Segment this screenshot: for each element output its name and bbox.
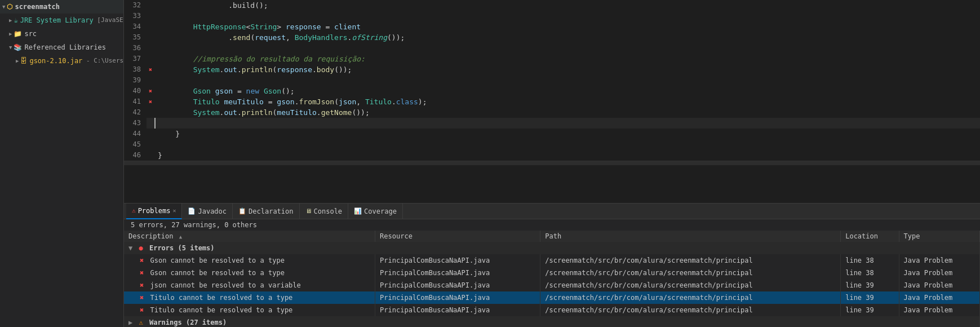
line-num-33: 33 — [124, 11, 147, 21]
problems-tbody: ▼ ● Errors (5 items) ✖ Gson cannot be re… — [124, 242, 980, 327]
code-content-43[interactable] — [154, 118, 980, 129]
row2-desc-text: Gson cannot be resolved to a type — [150, 269, 284, 277]
col-path[interactable]: Path — [540, 231, 841, 242]
marker-35 — [147, 32, 154, 43]
marker-34 — [147, 21, 154, 32]
sidebar-item-gson[interactable]: ▶ 🗄 gson-2.10.jar - C:\Users\unifei\Down… — [0, 54, 123, 68]
line-num-38: 38 — [124, 64, 147, 75]
code-line-43: 43 — [124, 118, 980, 129]
reflibs-label: Referenced Libraries — [24, 42, 106, 53]
marker-32 — [147, 0, 154, 11]
code-line-41: 41 ✖ Titulo meuTitulo = gson.fromJson(js… — [124, 96, 980, 107]
row1-path: /screenmatch/src/br/com/alura/screenmatc… — [540, 254, 841, 267]
sidebar: ▼ ⬡ screenmatch ▶ ☕ JRE System Library [… — [0, 0, 124, 327]
tab-declaration[interactable]: 📋 Declaration — [233, 204, 299, 219]
row5-path: /screenmatch/src/br/com/alura/screenmatc… — [540, 304, 841, 316]
table-row[interactable]: ✖ Gson cannot be resolved to a type Prin… — [124, 267, 980, 279]
horizontal-scrollbar[interactable] — [124, 161, 980, 165]
line-num-45: 45 — [124, 139, 147, 150]
col-resource[interactable]: Resource — [375, 231, 540, 242]
declaration-tab-icon: 📋 — [238, 207, 246, 215]
chevron-right-icon: ▶ — [9, 15, 12, 26]
code-line-45: 45 — [124, 139, 980, 150]
table-row[interactable]: ✖ Gson cannot be resolved to a type Prin… — [124, 254, 980, 267]
code-content-34: HttpResponse<String> response = client — [154, 21, 980, 32]
line-num-44: 44 — [124, 129, 147, 139]
row3-type: Java Problem — [899, 279, 979, 291]
tab-javadoc[interactable]: 📄 Javadoc — [182, 204, 233, 219]
code-line-40: 40 ✖ Gson gson = new Gson(); — [124, 86, 980, 96]
marker-36 — [147, 43, 154, 54]
tab-javadoc-label: Javadoc — [198, 207, 227, 215]
tab-declaration-label: Declaration — [249, 207, 293, 215]
tab-problems-label: Problems — [138, 207, 171, 215]
row2-location: line 38 — [841, 267, 899, 279]
jre-label: JRE System Library — [20, 15, 94, 26]
line-num-36: 36 — [124, 43, 147, 54]
col-location[interactable]: Location — [841, 231, 899, 242]
row2-path: /screenmatch/src/br/com/alura/screenmatc… — [540, 267, 841, 279]
tab-console[interactable]: 🖥 Console — [300, 204, 349, 219]
row5-resource: PrincipalComBuscaNaAPI.java — [375, 304, 540, 316]
coverage-tab-icon: 📊 — [354, 207, 362, 215]
console-tab-icon: 🖥 — [305, 207, 312, 215]
code-line-36: 36 — [124, 43, 980, 54]
status-text: 5 errors, 27 warnings, 0 others — [131, 221, 257, 229]
group-warnings[interactable]: ▶ ⚠ Warnings (27 items) — [124, 316, 980, 327]
row1-desc-text: Gson cannot be resolved to a type — [150, 257, 284, 264]
line-num-39: 39 — [124, 75, 147, 86]
marker-46 — [147, 150, 154, 161]
row3-description: ✖ json cannot be resolved to a variable — [124, 279, 375, 291]
row3-location: line 39 — [841, 279, 899, 291]
col-location-label: Location — [845, 232, 878, 240]
code-area[interactable]: 32 .build(); 33 34 HttpResponse<String> … — [124, 0, 980, 203]
code-content-45 — [154, 139, 980, 150]
problems-table[interactable]: Description ▲ Resource Path Location — [124, 231, 980, 327]
marker-41: ✖ — [147, 96, 154, 107]
group-errors[interactable]: ▼ ● Errors (5 items) — [124, 242, 980, 254]
group-errors-chevron: ▼ — [128, 244, 132, 252]
col-type[interactable]: Type — [899, 231, 979, 242]
code-content-32: .build(); — [154, 0, 980, 11]
marker-44 — [147, 129, 154, 139]
library-icon: ☕ — [14, 15, 17, 26]
code-content-46: } — [154, 150, 980, 161]
tab-problems[interactable]: ⚠ Problems ✕ — [126, 204, 182, 219]
row4-type: Java Problem — [899, 291, 979, 304]
col-resource-label: Resource — [380, 232, 413, 240]
row2-resource: PrincipalComBuscaNaAPI.java — [375, 267, 540, 279]
table-row[interactable]: ✖ Titulo cannot be resolved to a type Pr… — [124, 304, 980, 316]
code-line-32: 32 .build(); — [124, 0, 980, 11]
problems-status: 5 errors, 27 warnings, 0 others — [124, 219, 980, 231]
code-content-44: } — [154, 129, 980, 139]
sort-asc-icon: ▲ — [179, 234, 182, 240]
group-errors-label: ▼ ● Errors (5 items) — [124, 242, 980, 254]
sidebar-root[interactable]: ▼ ⬡ screenmatch — [0, 0, 123, 14]
marker-40: ✖ — [147, 86, 154, 96]
sidebar-item-reflibs[interactable]: ▼ 📚 Referenced Libraries — [0, 41, 123, 54]
row5-type: Java Problem — [899, 304, 979, 316]
row4-description: ✖ Titulo cannot be resolved to a type — [124, 291, 375, 304]
row1-resource: PrincipalComBuscaNaAPI.java — [375, 254, 540, 267]
code-content-42: System.out.println(meuTitulo.getNome()); — [154, 107, 980, 118]
error-icon-3: ✖ — [140, 281, 144, 289]
tab-problems-close[interactable]: ✕ — [172, 207, 176, 214]
sidebar-item-src[interactable]: ▶ 📁 src — [0, 27, 123, 41]
col-description[interactable]: Description ▲ — [124, 231, 375, 242]
table-row[interactable]: ✖ json cannot be resolved to a variable … — [124, 279, 980, 291]
group-errors-text: Errors (5 items) — [149, 244, 215, 252]
line-num-42: 42 — [124, 107, 147, 118]
group-errors-icon: ● — [139, 244, 143, 252]
tab-coverage-label: Coverage — [364, 207, 397, 215]
table-row[interactable]: ✖ Titulo cannot be resolved to a type Pr… — [124, 291, 980, 304]
error-icon-5: ✖ — [140, 306, 144, 314]
code-line-39: 39 — [124, 75, 980, 86]
jar-icon: 🗄 — [20, 55, 27, 67]
code-content-39 — [154, 75, 980, 86]
line-num-43: 43 — [124, 118, 147, 129]
project-icon: ⬡ — [7, 1, 12, 12]
code-line-35: 35 .send(request, BodyHandlers.ofString(… — [124, 32, 980, 43]
line-num-41: 41 — [124, 96, 147, 107]
sidebar-item-jre[interactable]: ▶ ☕ JRE System Library [JavaSE-17] — [0, 14, 123, 27]
tab-coverage[interactable]: 📊 Coverage — [348, 204, 403, 219]
